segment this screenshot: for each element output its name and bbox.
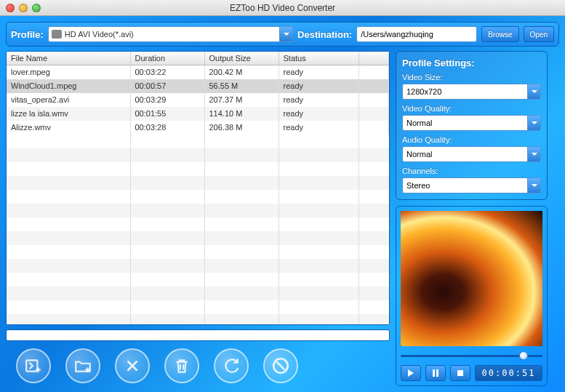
cell-status: ready xyxy=(279,93,358,107)
cell-output_size: 56.55 M xyxy=(204,79,279,93)
cell-output_size: 207.37 M xyxy=(204,93,279,107)
chevron-down-icon[interactable] xyxy=(279,27,292,41)
table-row[interactable]: WindCloud1.mpeg00:00:5756.55 Mready xyxy=(7,79,389,93)
cell-duration: 00:03:28 xyxy=(130,121,204,135)
cell-output_size: 114.10 M xyxy=(204,107,279,121)
audio-quality-select[interactable]: Normal xyxy=(402,146,541,162)
destination-value: /Users/wangzhuqing xyxy=(361,30,433,39)
file-table: File Name Duration Output Size Status lo… xyxy=(6,51,390,325)
preview-panel: 00:00:51 xyxy=(396,206,548,386)
cell-duration: 00:00:57 xyxy=(130,79,204,93)
trash-button[interactable] xyxy=(164,348,199,383)
window-title: EZToo HD Video Converter xyxy=(0,3,565,13)
pause-button[interactable] xyxy=(425,365,446,381)
destination-input[interactable]: /Users/wangzhuqing xyxy=(356,26,477,42)
audio-quality-label: Audio Quality: xyxy=(402,135,541,144)
chevron-down-icon[interactable] xyxy=(527,116,540,130)
cell-filename: Alizze.wmv xyxy=(7,121,130,135)
video-size-label: Video Size: xyxy=(402,73,541,81)
cell-duration: 00:03:29 xyxy=(130,93,204,107)
col-status[interactable]: Status xyxy=(279,52,358,65)
profile-settings-panel: Profile Settings: Video Size: 1280x720 V… xyxy=(396,51,548,200)
stop-button[interactable] xyxy=(263,348,298,383)
profile-label: Profile: xyxy=(11,29,44,40)
table-row[interactable]: Alizze.wmv00:03:28206.38 Mready xyxy=(7,121,389,135)
cell-filename: lover.mpeg xyxy=(7,65,130,79)
table-row[interactable]: lizze la isla.wmv00:01:55114.10 Mready xyxy=(7,107,389,121)
cell-status: ready xyxy=(279,79,358,93)
cell-output_size: 206.38 M xyxy=(204,121,279,135)
channels-label: Channels: xyxy=(402,167,541,175)
convert-button[interactable] xyxy=(214,348,249,383)
video-quality-select[interactable]: Normal xyxy=(402,115,541,131)
table-row[interactable]: vitas_opera2.avi00:03:29207.37 Mready xyxy=(7,93,389,107)
add-folder-button[interactable] xyxy=(65,348,100,383)
video-size-select[interactable]: 1280x720 xyxy=(402,84,541,100)
col-filename[interactable]: File Name xyxy=(7,52,130,65)
svg-rect-2 xyxy=(433,369,435,377)
playback-time: 00:00:51 xyxy=(475,365,542,381)
table-row[interactable]: lover.mpeg00:03:22200.42 Mready xyxy=(7,65,389,79)
add-file-button[interactable] xyxy=(16,348,51,383)
open-button[interactable]: Open xyxy=(524,26,554,42)
cell-output_size: 200.42 M xyxy=(204,65,279,79)
chevron-down-icon[interactable] xyxy=(527,178,540,193)
titlebar: EZToo HD Video Converter xyxy=(0,0,565,16)
cell-filename: vitas_opera2.avi xyxy=(7,93,130,107)
col-output-size[interactable]: Output Size xyxy=(204,52,279,65)
profile-value: HD AVI Video(*.avi) xyxy=(65,30,134,39)
col-duration[interactable]: Duration xyxy=(130,52,204,65)
chevron-down-icon[interactable] xyxy=(527,147,540,161)
svg-rect-4 xyxy=(457,370,463,376)
seek-slider[interactable] xyxy=(401,351,542,361)
stop-playback-button[interactable] xyxy=(450,365,470,381)
cell-status: ready xyxy=(279,107,358,121)
cell-status: ready xyxy=(279,121,358,135)
browse-button[interactable]: Browse xyxy=(481,26,518,42)
cell-duration: 00:03:22 xyxy=(130,65,204,79)
video-quality-label: Video Quality: xyxy=(402,104,541,113)
remove-button[interactable] xyxy=(115,348,150,383)
profile-combo[interactable]: HD AVI Video(*.avi) xyxy=(48,26,293,42)
destination-label: Destination: xyxy=(297,29,352,40)
settings-title: Profile Settings: xyxy=(402,57,541,68)
cell-filename: lizze la isla.wmv xyxy=(7,107,130,121)
cell-status: ready xyxy=(279,65,358,79)
toolbar: Profile: HD AVI Video(*.avi) Destination… xyxy=(6,22,559,47)
conversion-progress xyxy=(6,329,390,341)
cell-filename: WindCloud1.mpeg xyxy=(7,79,130,93)
col-spacer xyxy=(358,52,389,65)
profile-format-icon xyxy=(52,30,62,39)
cell-duration: 00:01:55 xyxy=(130,107,204,121)
chevron-down-icon[interactable] xyxy=(527,84,540,99)
channels-select[interactable]: Stereo xyxy=(402,177,541,193)
video-preview xyxy=(401,211,542,346)
play-button[interactable] xyxy=(401,365,421,381)
svg-rect-3 xyxy=(436,369,438,377)
